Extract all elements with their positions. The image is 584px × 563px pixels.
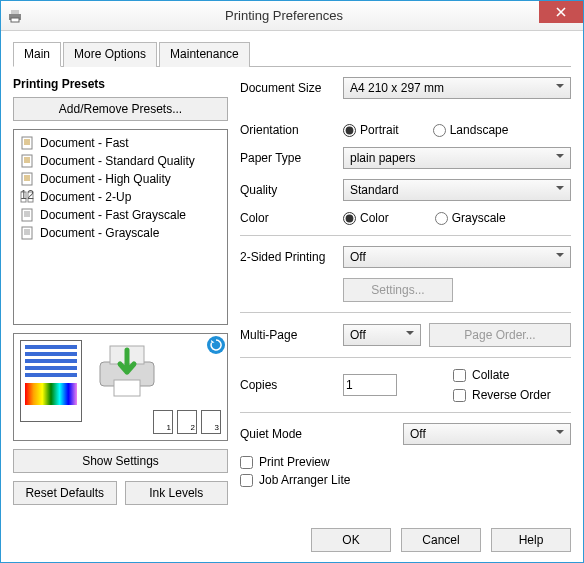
show-settings-button[interactable]: Show Settings bbox=[13, 449, 228, 473]
close-button[interactable] bbox=[539, 1, 583, 23]
two-sided-settings-button: Settings... bbox=[343, 278, 453, 302]
quality-select[interactable]: Standard bbox=[343, 179, 571, 201]
tab-more-options[interactable]: More Options bbox=[63, 42, 157, 67]
cancel-button[interactable]: Cancel bbox=[401, 528, 481, 552]
ok-button[interactable]: OK bbox=[311, 528, 391, 552]
presets-list[interactable]: Document - Fast Document - Standard Qual… bbox=[13, 129, 228, 325]
orientation-landscape-radio[interactable]: Landscape bbox=[433, 123, 509, 137]
copies-input[interactable] bbox=[343, 374, 397, 396]
reset-defaults-button[interactable]: Reset Defaults bbox=[13, 481, 117, 505]
svg-text:2: 2 bbox=[27, 190, 34, 202]
orientation-label: Orientation bbox=[240, 123, 335, 137]
preset-item[interactable]: Document - Fast bbox=[16, 134, 225, 152]
preset-label: Document - High Quality bbox=[40, 172, 171, 186]
svg-rect-7 bbox=[22, 155, 32, 167]
quiet-mode-select[interactable]: Off bbox=[403, 423, 571, 445]
page-preview-icon bbox=[20, 340, 82, 422]
paper-type-select[interactable]: plain papers bbox=[343, 147, 571, 169]
multi-page-select[interactable]: Off bbox=[343, 324, 421, 346]
document-icon bbox=[20, 136, 34, 150]
page-order-button: Page Order... bbox=[429, 323, 571, 347]
printer-icon bbox=[7, 8, 23, 24]
svg-rect-2 bbox=[11, 18, 19, 22]
copies-label: Copies bbox=[240, 378, 335, 392]
preset-item[interactable]: 12Document - 2-Up bbox=[16, 188, 225, 206]
preset-item[interactable]: Document - Fast Grayscale bbox=[16, 206, 225, 224]
color-grayscale-radio[interactable]: Grayscale bbox=[435, 211, 506, 225]
document-size-select[interactable]: A4 210 x 297 mm bbox=[343, 77, 571, 99]
multi-page-label: Multi-Page bbox=[240, 328, 335, 342]
svg-rect-1 bbox=[11, 10, 19, 14]
preset-label: Document - Fast bbox=[40, 136, 129, 150]
layout-thumb-1-icon[interactable]: 1 bbox=[153, 410, 173, 434]
preset-label: Document - Grayscale bbox=[40, 226, 159, 240]
tab-main[interactable]: Main bbox=[13, 42, 61, 67]
document-size-label: Document Size bbox=[240, 81, 335, 95]
refresh-icon[interactable] bbox=[207, 336, 225, 354]
reverse-order-checkbox[interactable]: Reverse Order bbox=[453, 388, 551, 402]
print-preview-checkbox[interactable]: Print Preview bbox=[240, 455, 571, 469]
svg-rect-19 bbox=[22, 209, 32, 221]
svg-rect-23 bbox=[22, 227, 32, 239]
preview-panel: 1 2 3 bbox=[13, 333, 228, 441]
help-button[interactable]: Help bbox=[491, 528, 571, 552]
color-color-radio[interactable]: Color bbox=[343, 211, 389, 225]
document-gray-icon bbox=[20, 226, 34, 240]
two-sided-select[interactable]: Off bbox=[343, 246, 571, 268]
tab-maintenance[interactable]: Maintenance bbox=[159, 42, 250, 67]
quality-label: Quality bbox=[240, 183, 335, 197]
ink-levels-button[interactable]: Ink Levels bbox=[125, 481, 229, 505]
svg-text:1: 1 bbox=[20, 190, 27, 202]
two-sided-label: 2-Sided Printing bbox=[240, 250, 335, 264]
document-icon bbox=[20, 154, 34, 168]
two-up-icon: 12 bbox=[20, 190, 34, 204]
orientation-portrait-radio[interactable]: Portrait bbox=[343, 123, 399, 137]
preset-label: Document - Fast Grayscale bbox=[40, 208, 186, 222]
color-label: Color bbox=[240, 211, 335, 225]
paper-type-label: Paper Type bbox=[240, 151, 335, 165]
preset-item[interactable]: Document - Grayscale bbox=[16, 224, 225, 242]
preset-label: Document - Standard Quality bbox=[40, 154, 195, 168]
document-icon bbox=[20, 172, 34, 186]
add-remove-presets-button[interactable]: Add/Remove Presets... bbox=[13, 97, 228, 121]
document-gray-icon bbox=[20, 208, 34, 222]
preset-item[interactable]: Document - Standard Quality bbox=[16, 152, 225, 170]
layout-thumb-3-icon[interactable]: 3 bbox=[201, 410, 221, 434]
svg-rect-11 bbox=[22, 173, 32, 185]
window-title: Printing Preferences bbox=[29, 8, 539, 23]
collate-checkbox[interactable]: Collate bbox=[453, 368, 551, 382]
quiet-mode-label: Quiet Mode bbox=[240, 427, 395, 441]
tab-strip: Main More Options Maintenance bbox=[13, 41, 571, 67]
presets-heading: Printing Presets bbox=[13, 77, 228, 91]
job-arranger-checkbox[interactable]: Job Arranger Lite bbox=[240, 473, 571, 487]
svg-rect-29 bbox=[114, 380, 140, 396]
printer-graphic-icon bbox=[92, 340, 162, 400]
preset-label: Document - 2-Up bbox=[40, 190, 131, 204]
svg-rect-3 bbox=[22, 137, 32, 149]
preset-item[interactable]: Document - High Quality bbox=[16, 170, 225, 188]
layout-thumb-2-icon[interactable]: 2 bbox=[177, 410, 197, 434]
